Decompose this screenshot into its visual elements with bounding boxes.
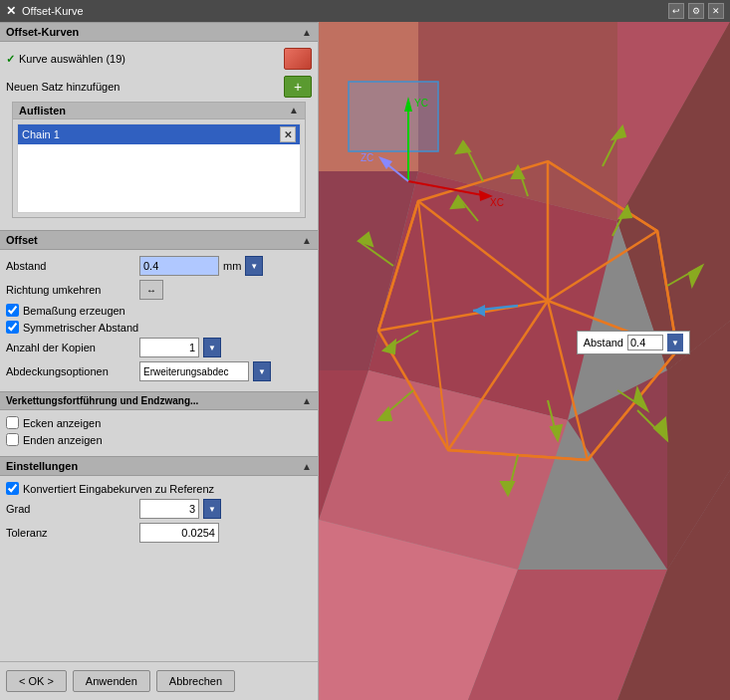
enden-checkbox[interactable] bbox=[6, 433, 19, 446]
svg-text:YC: YC bbox=[414, 98, 428, 109]
kurve-text: Kurve auswählen (19) bbox=[19, 53, 125, 65]
anzahl-spin[interactable]: ▼ bbox=[203, 338, 221, 357]
toleranz-input[interactable] bbox=[139, 523, 219, 543]
abstand-input[interactable] bbox=[139, 256, 219, 276]
offset-label: Offset bbox=[6, 234, 38, 246]
abstand-unit: mm bbox=[223, 260, 241, 272]
offset-header: Offset ▲ bbox=[0, 230, 318, 250]
ok-button[interactable]: < OK > bbox=[6, 670, 67, 692]
ecken-row: Ecken anzeigen bbox=[6, 416, 312, 429]
abstand-label: Abstand bbox=[6, 260, 135, 272]
viewport-abstand-spin[interactable]: ▼ bbox=[667, 334, 683, 351]
list-item-remove[interactable]: ✕ bbox=[280, 126, 296, 142]
kurve-checkmark: ✓ bbox=[6, 53, 15, 66]
richtung-button[interactable]: ↔ bbox=[139, 280, 163, 300]
offset-kurven-label: Offset-Kurven bbox=[6, 26, 79, 38]
abdeckung-input[interactable] bbox=[139, 361, 249, 381]
svg-rect-57 bbox=[349, 82, 438, 151]
close-button[interactable]: ✕ bbox=[708, 3, 724, 19]
konvertiert-label: Konvertiert Eingabekurven zu Referenz bbox=[23, 483, 214, 495]
add-satz-button[interactable]: + bbox=[284, 76, 312, 98]
grad-row: Grad ▼ bbox=[6, 499, 312, 519]
bemassung-row: Bemaßung erzeugen bbox=[6, 304, 312, 317]
list-item[interactable]: Chain 1 ✕ bbox=[18, 124, 300, 144]
richtung-label: Richtung umkehren bbox=[6, 284, 135, 296]
viewport[interactable]: YC XC ZC Abstand ▼ bbox=[319, 22, 730, 700]
einstellungen-header: Einstellungen ▲ bbox=[0, 456, 318, 476]
symmetrisch-row: Symmetrischer Abstand bbox=[6, 321, 312, 334]
list-item-label: Chain 1 bbox=[22, 128, 60, 140]
add-icon: + bbox=[294, 79, 302, 95]
symmetrisch-checkbox[interactable] bbox=[6, 321, 19, 334]
offset-collapse[interactable]: ▲ bbox=[302, 235, 312, 246]
kurve-row: ✓ Kurve auswählen (19) bbox=[6, 48, 312, 70]
grad-spin[interactable]: ▼ bbox=[203, 499, 221, 519]
abstand-spin[interactable]: ▼ bbox=[245, 256, 263, 276]
toleranz-label: Toleranz bbox=[6, 527, 135, 539]
abdeckung-row: Abdeckungsoptionen ▼ bbox=[6, 361, 312, 381]
auflisten-collapse[interactable]: ▲ bbox=[289, 105, 299, 117]
enden-label: Enden anzeigen bbox=[23, 434, 103, 446]
offset-kurven-collapse[interactable]: ▲ bbox=[302, 27, 312, 38]
grad-input[interactable] bbox=[139, 499, 199, 519]
left-panel: Offset-Kurven ▲ ✓ Kurve auswählen (19) N… bbox=[0, 22, 319, 700]
settings-button[interactable]: ⚙ bbox=[688, 3, 704, 19]
auflisten-label: Auflisten bbox=[19, 105, 66, 117]
viewport-abstand-label: Abstand bbox=[584, 337, 623, 349]
ecken-label: Ecken anzeigen bbox=[23, 417, 101, 429]
offset-kurven-content: ✓ Kurve auswählen (19) Neuen Satz hinzuf… bbox=[0, 42, 318, 230]
auflisten-header: Auflisten ▲ bbox=[13, 103, 305, 119]
anzahl-input[interactable] bbox=[139, 338, 199, 357]
verkettung-collapse[interactable]: ▲ bbox=[302, 395, 312, 406]
kurve-icon-button[interactable] bbox=[284, 48, 312, 70]
minimize-button[interactable]: ↩ bbox=[668, 3, 684, 19]
konvertiert-checkbox[interactable] bbox=[6, 482, 19, 495]
richtung-row: Richtung umkehren ↔ bbox=[6, 280, 312, 300]
auflisten-section: Auflisten ▲ Chain 1 ✕ bbox=[12, 102, 306, 218]
konvertiert-row: Konvertiert Eingabekurven zu Referenz bbox=[6, 482, 312, 495]
abdeckung-label: Abdeckungsoptionen bbox=[6, 365, 135, 377]
offset-kurven-header: Offset-Kurven ▲ bbox=[0, 22, 318, 42]
anwenden-button[interactable]: Anwenden bbox=[73, 670, 150, 692]
window-title: Offset-Kurve bbox=[22, 5, 84, 17]
ecken-checkbox[interactable] bbox=[6, 416, 19, 429]
verkettung-header: Verkettungsfortführung und Endzwang... ▲ bbox=[0, 391, 318, 410]
neuen-satz-row: Neuen Satz hinzufügen + bbox=[6, 76, 312, 98]
kurve-label: ✓ Kurve auswählen (19) bbox=[6, 53, 125, 66]
neuen-satz-label: Neuen Satz hinzufügen bbox=[6, 81, 120, 93]
title-controls: ↩ ⚙ ✕ bbox=[668, 3, 724, 19]
svg-text:XC: XC bbox=[490, 197, 504, 208]
viewport-tooltip: Abstand ▼ bbox=[577, 331, 690, 354]
bottom-buttons: < OK > Anwenden Abbrechen bbox=[0, 661, 318, 700]
toleranz-row: Toleranz bbox=[6, 523, 312, 543]
grad-label: Grad bbox=[6, 503, 135, 515]
enden-row: Enden anzeigen bbox=[6, 433, 312, 446]
einstellungen-label: Einstellungen bbox=[6, 460, 78, 472]
symmetrisch-label: Symmetrischer Abstand bbox=[23, 322, 138, 334]
einstellungen-content: Konvertiert Eingabekurven zu Referenz Gr… bbox=[0, 476, 318, 553]
einstellungen-collapse[interactable]: ▲ bbox=[302, 461, 312, 472]
offset-content: Abstand mm ▼ Richtung umkehren ↔ Bemaßun… bbox=[0, 250, 318, 391]
viewport-abstand-input[interactable] bbox=[627, 335, 663, 350]
svg-text:ZC: ZC bbox=[361, 152, 373, 163]
window-close-x[interactable]: ✕ bbox=[6, 4, 16, 18]
title-bar: ✕ Offset-Kurve ↩ ⚙ ✕ bbox=[0, 0, 730, 22]
verkettung-label: Verkettungsfortführung und Endzwang... bbox=[6, 395, 198, 406]
abdeckung-arrow[interactable]: ▼ bbox=[253, 361, 271, 381]
abbrechen-button[interactable]: Abbrechen bbox=[156, 670, 235, 692]
auflisten-list[interactable]: Chain 1 ✕ bbox=[17, 123, 301, 213]
bemassung-label: Bemaßung erzeugen bbox=[23, 305, 125, 317]
bemassung-checkbox[interactable] bbox=[6, 304, 19, 317]
abstand-row: Abstand mm ▼ bbox=[6, 256, 312, 276]
anzahl-label: Anzahl der Kopien bbox=[6, 342, 135, 353]
anzahl-row: Anzahl der Kopien ▼ bbox=[6, 338, 312, 357]
verkettung-content: Ecken anzeigen Enden anzeigen bbox=[0, 410, 318, 456]
viewport-scene: YC XC ZC bbox=[319, 22, 730, 700]
